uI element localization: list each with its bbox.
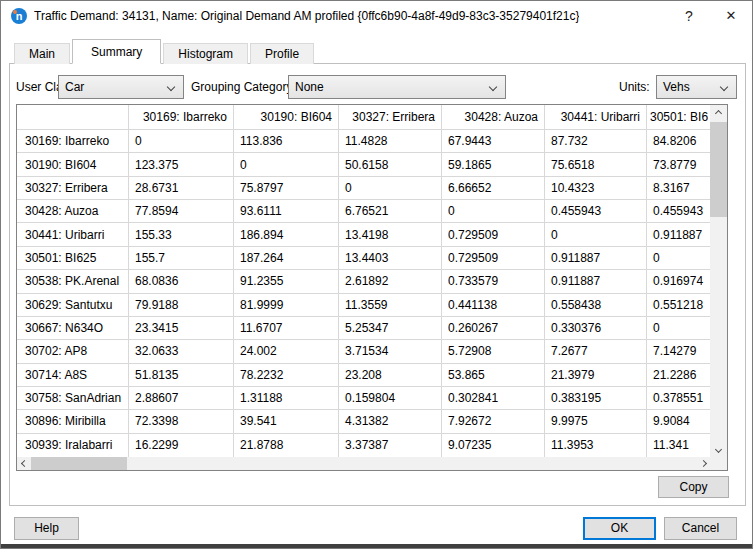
matrix-cell[interactable]: 113.836: [234, 130, 339, 153]
row-header[interactable]: 30939: Iralabarri: [17, 434, 129, 457]
matrix-cell[interactable]: 84.8206: [647, 130, 710, 153]
matrix-cell[interactable]: 0.302841: [442, 387, 545, 410]
user-class-dropdown[interactable]: Car: [58, 75, 184, 99]
tab-summary[interactable]: Summary: [72, 39, 161, 64]
horizontal-scroll-track[interactable]: [31, 457, 696, 470]
matrix-cell[interactable]: 53.865: [442, 364, 545, 387]
matrix-cell[interactable]: 0.911887: [647, 223, 710, 246]
matrix-cell[interactable]: 0.455943: [545, 200, 647, 223]
matrix-cell[interactable]: 6.66652: [442, 177, 545, 200]
ok-button[interactable]: OK: [583, 517, 656, 540]
row-header[interactable]: 30169: Ibarreko: [17, 130, 129, 153]
matrix-cell[interactable]: 1.31188: [234, 387, 339, 410]
matrix-cell[interactable]: 0: [234, 153, 339, 176]
copy-button[interactable]: Copy: [658, 476, 729, 498]
tab-main[interactable]: Main: [14, 43, 70, 64]
matrix-cell[interactable]: 0: [129, 130, 234, 153]
matrix-cell[interactable]: 0.911887: [545, 247, 647, 270]
scroll-down-icon[interactable]: [710, 441, 727, 457]
matrix-cell[interactable]: 87.732: [545, 130, 647, 153]
matrix-cell[interactable]: 4.31382: [339, 410, 442, 433]
matrix-cell[interactable]: 50.6158: [339, 153, 442, 176]
matrix-cell[interactable]: 75.8797: [234, 177, 339, 200]
matrix-cell[interactable]: 0.729509: [442, 223, 545, 246]
cancel-button[interactable]: Cancel: [664, 517, 737, 540]
tab-profile[interactable]: Profile: [250, 43, 314, 64]
matrix-cell[interactable]: 21.8788: [234, 434, 339, 457]
matrix-cell[interactable]: 10.4323: [545, 177, 647, 200]
row-header[interactable]: 30667: N634O: [17, 317, 129, 340]
matrix-cell[interactable]: 28.6731: [129, 177, 234, 200]
matrix-cell[interactable]: 0.455943: [647, 200, 710, 223]
matrix-cell[interactable]: 9.07235: [442, 434, 545, 457]
matrix-cell[interactable]: 32.0633: [129, 340, 234, 363]
matrix-cell[interactable]: 59.1865: [442, 153, 545, 176]
matrix-cell[interactable]: 186.894: [234, 223, 339, 246]
matrix-cell[interactable]: 0.551218: [647, 294, 710, 317]
vertical-scroll-track[interactable]: [710, 121, 727, 441]
matrix-cell[interactable]: 155.33: [129, 223, 234, 246]
column-header[interactable]: 30169: Ibarreko: [129, 105, 234, 130]
row-header[interactable]: 30702: AP8: [17, 340, 129, 363]
scroll-left-icon[interactable]: [17, 457, 31, 470]
matrix-cell[interactable]: 11.341: [647, 434, 710, 457]
matrix-cell[interactable]: 11.3953: [545, 434, 647, 457]
matrix-cell[interactable]: 11.4828: [339, 130, 442, 153]
column-header[interactable]: 30441: Uribarri: [545, 105, 647, 130]
row-header[interactable]: 30538: PK.Arenal: [17, 270, 129, 293]
matrix-cell[interactable]: 187.264: [234, 247, 339, 270]
matrix-cell[interactable]: 5.25347: [339, 317, 442, 340]
matrix-cell[interactable]: 81.9999: [234, 294, 339, 317]
matrix-cell[interactable]: 21.2286: [647, 364, 710, 387]
matrix-cell[interactable]: 0.729509: [442, 247, 545, 270]
matrix-cell[interactable]: 0: [545, 223, 647, 246]
matrix-cell[interactable]: 123.375: [129, 153, 234, 176]
matrix-cell[interactable]: 73.8779: [647, 153, 710, 176]
row-header[interactable]: 30629: Santutxu: [17, 294, 129, 317]
help-button[interactable]: Help: [14, 517, 79, 540]
matrix-cell[interactable]: 0.159804: [339, 387, 442, 410]
tab-histogram[interactable]: Histogram: [163, 43, 248, 64]
row-header[interactable]: 30896: Miribilla: [17, 410, 129, 433]
grouping-category-dropdown[interactable]: None: [288, 75, 506, 99]
close-icon[interactable]: ✕: [710, 1, 752, 31]
matrix-cell[interactable]: 77.8594: [129, 200, 234, 223]
matrix-cell[interactable]: 75.6518: [545, 153, 647, 176]
matrix-cell[interactable]: 2.88607: [129, 387, 234, 410]
matrix-cell[interactable]: 39.541: [234, 410, 339, 433]
matrix-cell[interactable]: 0.733579: [442, 270, 545, 293]
matrix-cell[interactable]: 7.14279: [647, 340, 710, 363]
matrix-cell[interactable]: 16.2299: [129, 434, 234, 457]
matrix-cell[interactable]: 9.9975: [545, 410, 647, 433]
matrix-cell[interactable]: 5.72908: [442, 340, 545, 363]
matrix-cell[interactable]: 21.3979: [545, 364, 647, 387]
vertical-scrollbar[interactable]: [710, 105, 727, 457]
row-header[interactable]: 30428: Auzoa: [17, 200, 129, 223]
matrix-cell[interactable]: 0.383195: [545, 387, 647, 410]
matrix-cell[interactable]: 68.0836: [129, 270, 234, 293]
scroll-up-icon[interactable]: [710, 105, 727, 121]
matrix-cell[interactable]: 24.002: [234, 340, 339, 363]
matrix-cell[interactable]: 0.260267: [442, 317, 545, 340]
matrix-cell[interactable]: 3.37387: [339, 434, 442, 457]
context-help-button[interactable]: ?: [668, 1, 710, 31]
matrix-cell[interactable]: 9.9084: [647, 410, 710, 433]
title-bar[interactable]: n Traffic Demand: 34131, Name: Original …: [1, 1, 752, 31]
matrix-cell[interactable]: 0: [442, 200, 545, 223]
matrix-cell[interactable]: 93.6111: [234, 200, 339, 223]
matrix-cell[interactable]: 0: [339, 177, 442, 200]
row-header[interactable]: 30714: A8S: [17, 364, 129, 387]
matrix-cell[interactable]: 23.208: [339, 364, 442, 387]
matrix-cell[interactable]: 0.916974: [647, 270, 710, 293]
matrix-cell[interactable]: 8.3167: [647, 177, 710, 200]
row-header[interactable]: 30190: BI604: [17, 153, 129, 176]
column-header[interactable]: 30327: Erribera: [339, 105, 442, 130]
row-header[interactable]: 30758: SanAdrian: [17, 387, 129, 410]
matrix-cell[interactable]: 79.9188: [129, 294, 234, 317]
matrix-cell[interactable]: 7.2677: [545, 340, 647, 363]
matrix-cell[interactable]: 13.4403: [339, 247, 442, 270]
matrix-cell[interactable]: 0.911887: [545, 270, 647, 293]
matrix-cell[interactable]: 6.76521: [339, 200, 442, 223]
matrix-cell[interactable]: 0.330376: [545, 317, 647, 340]
matrix-cell[interactable]: 0.441138: [442, 294, 545, 317]
